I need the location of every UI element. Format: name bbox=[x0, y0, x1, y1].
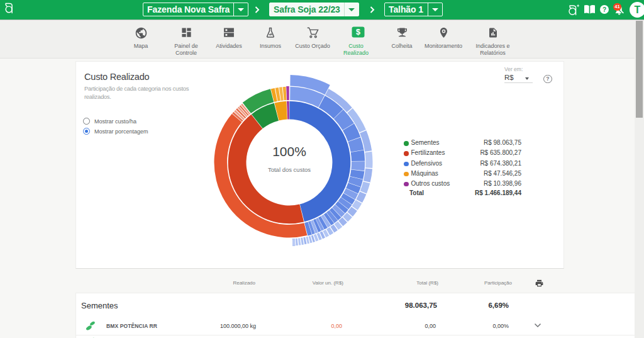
svg-text:$: $ bbox=[356, 28, 360, 37]
svg-text:?: ? bbox=[602, 6, 606, 13]
